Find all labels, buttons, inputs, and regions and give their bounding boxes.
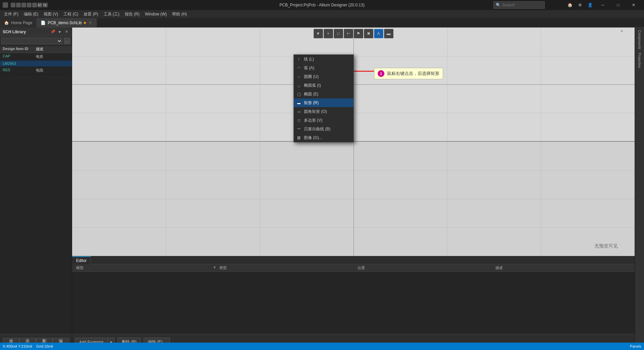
grid-line-lower-v5	[541, 142, 541, 256]
ctx-line[interactable]: / 线 (L)	[294, 55, 354, 63]
ctx-image[interactable]: 🖼 图像 (G)...	[294, 133, 354, 142]
status-grid: Grid:10mil	[36, 344, 53, 348]
tab-modified-indicator	[84, 22, 86, 24]
ctx-rounded-rect-label: 圆角矩形 (O)	[304, 109, 327, 115]
comp-id-cap: CAP	[3, 54, 36, 59]
comp-id-lm2663: LM2663	[3, 61, 36, 65]
menu-edit[interactable]: 编辑 (E)	[21, 10, 41, 18]
title-bar: ↩ ↪ PCB_Project.PrjPcb - Altium Designer…	[0, 0, 644, 10]
grid-line-lower-v2	[260, 142, 260, 256]
toolbar-icon-3	[21, 3, 26, 7]
search-box[interactable]: 🔍	[493, 1, 545, 9]
tab-close-button[interactable]: ✕	[88, 20, 93, 25]
tab-pcb-demo[interactable]: 📄 PCB_demo.SchLib ✕	[37, 18, 97, 28]
menu-project[interactable]: 工程 (C)	[61, 10, 81, 18]
search-icon: 🔍	[496, 3, 501, 7]
ctx-ellipse[interactable]: ◯ 椭圆 (E)	[294, 90, 354, 98]
menu-view[interactable]: 视图 (V)	[41, 10, 61, 18]
menu-help[interactable]: 帮助 (H)	[169, 10, 190, 18]
tooltip-badge: 1	[378, 70, 384, 77]
ctx-ellipse-arc[interactable]: ◡ 椭圆弧 (I)	[294, 81, 354, 90]
grid-line-lower-v4	[447, 142, 447, 256]
home-icon[interactable]: 🏠	[565, 0, 575, 10]
menu-window[interactable]: Window (W)	[142, 10, 169, 18]
ctx-bezier[interactable]: 〜 贝塞尔曲线 (B)	[294, 125, 354, 133]
ctx-ellipse-label: 椭圆 (E)	[304, 91, 318, 97]
panels-button[interactable]: Panels	[630, 344, 641, 348]
ctx-circle-icon: ○	[297, 74, 301, 79]
editor-col-type: 类型	[218, 265, 356, 270]
panel-filter-bar: …	[0, 36, 72, 46]
comp-id-res: RES	[3, 68, 36, 73]
component-row-cap[interactable]: CAP 电容	[0, 53, 72, 60]
menu-file[interactable]: 文件 (F)	[1, 10, 21, 18]
editor-col-location: 位置	[356, 265, 494, 270]
ctx-line-label: 线 (L)	[304, 56, 314, 62]
ctx-polygon-icon: ⬡	[297, 118, 301, 123]
drawing-toolbar: ▼ + □ ⊢ ⚑ ✖ A ▬	[312, 28, 395, 40]
editor-content-area	[72, 272, 635, 334]
col-description: 描述	[36, 47, 69, 52]
component-table: Design Item ID 描述 CAP 电容 LM2663 RES 电阻	[0, 46, 72, 334]
filter-tool-button[interactable]: ▼	[314, 29, 323, 38]
context-menu: / 线 (L) ◠ 弧 (A) ○ 圆圈 (U) ◡ 椭圆弧 (I) ◯ 椭	[293, 54, 354, 142]
right-strip-properties[interactable]: Properties	[636, 51, 644, 70]
component-filter-dropdown[interactable]	[1, 38, 62, 44]
ctx-rounded-rect-icon: ▭	[297, 109, 301, 114]
canvas-area[interactable]: / 线 (L) ◠ 弧 (A) ○ 圆圈 (U) ◡ 椭圆弧 (I) ◯ 椭	[72, 28, 635, 256]
ctx-bezier-icon: 〜	[297, 127, 301, 131]
ctx-arc[interactable]: ◠ 弧 (A)	[294, 63, 354, 72]
main-layout: SCH Library 📌 ▼ ✕ … Design Item ID 描述 CA…	[0, 28, 644, 350]
tab-home-label: Home Page	[11, 20, 32, 25]
panel-header-icons: 📌 ▼ ✕	[50, 29, 69, 35]
ctx-image-label: 图像 (G)...	[304, 135, 322, 141]
component-row-res[interactable]: RES 电阻	[0, 67, 72, 74]
menu-place[interactable]: 放置 (P)	[81, 10, 101, 18]
tab-pcb-label: PCB_demo.SchLib	[48, 20, 82, 25]
editor-col-sort[interactable]: ▼	[213, 265, 218, 270]
redo-icon[interactable]: ↪	[43, 3, 48, 7]
minimize-button[interactable]: ─	[595, 0, 610, 10]
editor-collapse-button[interactable]: ▲	[619, 28, 625, 33]
wire-button[interactable]: ⊢	[344, 29, 353, 38]
tab-home-page[interactable]: 🏠 Home Page	[0, 18, 37, 28]
comp-desc-res: 电阻	[36, 68, 69, 73]
search-input[interactable]	[502, 3, 542, 7]
filter-options-button[interactable]: …	[64, 38, 70, 44]
add-tool-button[interactable]: +	[324, 29, 333, 38]
home-page-icon: 🏠	[4, 20, 9, 25]
toolbar-icon-2	[16, 3, 21, 7]
menu-bar: 文件 (F) 编辑 (E) 视图 (V) 工程 (C) 放置 (P) 工具 (工…	[0, 10, 644, 18]
comp-desc-lm2663	[36, 61, 69, 65]
ctx-rounded-rect[interactable]: ▭ 圆角矩形 (O)	[294, 107, 354, 116]
right-strip-components[interactable]: Components	[636, 29, 644, 51]
ctx-circle[interactable]: ○ 圆圈 (U)	[294, 72, 354, 81]
net-button[interactable]: ⚑	[354, 29, 363, 38]
cross-button[interactable]: ✖	[364, 29, 373, 38]
canvas-lower[interactable]	[72, 142, 635, 256]
component-row-lm2663[interactable]: LM2663	[0, 60, 72, 67]
editor-tab-main[interactable]: Editor	[72, 256, 91, 264]
panel-menu-button[interactable]: ▼	[57, 29, 62, 35]
panel-pin-button[interactable]: 📌	[50, 29, 56, 35]
editor-col-desc: 描述	[494, 265, 632, 270]
ctx-ellipse-icon: ◯	[297, 92, 301, 96]
ctx-rectangle[interactable]: ▬ 矩形 (R)	[294, 98, 354, 107]
user-icon[interactable]: 👤	[585, 0, 595, 10]
pcb-demo-icon: 📄	[41, 20, 46, 25]
tooltip-box: 1 鼠标右键点击，后选择矩形	[374, 68, 443, 79]
toolbar-icon-5	[32, 3, 37, 7]
menu-tools[interactable]: 工具 (工)	[101, 10, 122, 18]
settings-icon[interactable]: ⚙	[575, 0, 585, 10]
comp-desc-cap: 电容	[36, 54, 69, 59]
maximize-button[interactable]: □	[610, 0, 626, 10]
ctx-polygon[interactable]: ⬡ 多边形 (V)	[294, 116, 354, 125]
close-button[interactable]: ✕	[626, 0, 641, 10]
undo-icon[interactable]: ↩	[38, 3, 42, 7]
menu-report[interactable]: 报告 (R)	[122, 10, 142, 18]
panel-close-button[interactable]: ✕	[64, 29, 69, 35]
text-button[interactable]: A	[374, 29, 383, 38]
ctx-polygon-label: 多边形 (V)	[304, 118, 322, 123]
rect-select-button[interactable]: □	[334, 29, 343, 38]
line-button[interactable]: ▬	[384, 29, 393, 38]
